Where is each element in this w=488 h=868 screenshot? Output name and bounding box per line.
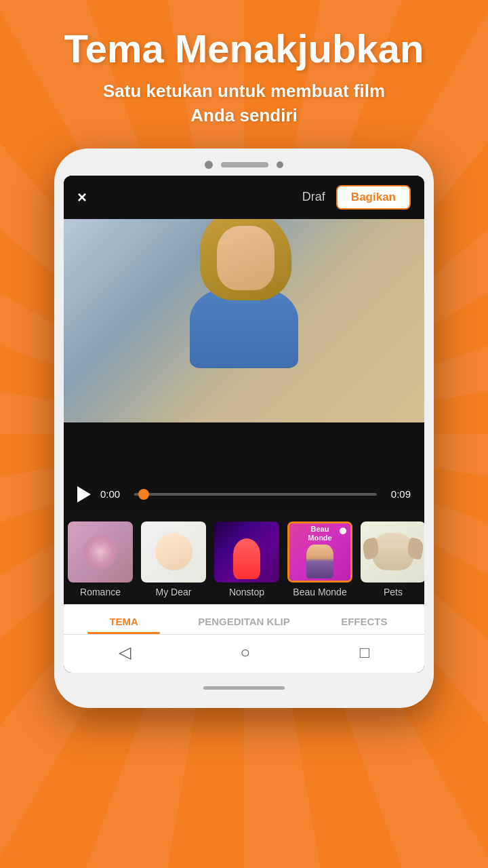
theme-item-pets[interactable]: Pets xyxy=(357,521,424,597)
time-start: 0:00 xyxy=(100,488,125,500)
tab-pengeditan[interactable]: PENGEDITAN KLIP xyxy=(184,605,304,634)
theme-thumb-nonstop xyxy=(214,521,279,583)
theme-thumb-beaumonde: BeauMonde xyxy=(287,521,352,583)
phone-outer: × Draf Bagikan xyxy=(54,149,434,708)
nav-back-icon[interactable]: ◁ xyxy=(119,643,131,662)
home-indicator xyxy=(203,686,285,690)
person-head xyxy=(210,219,278,294)
progress-bar[interactable] xyxy=(134,493,377,496)
phone-speaker xyxy=(221,162,268,167)
play-button[interactable] xyxy=(77,486,91,502)
nonstop-bg xyxy=(214,521,279,583)
nav-recent-icon[interactable]: □ xyxy=(360,643,370,662)
theme-item-nonstop[interactable]: Nonstop xyxy=(210,521,283,597)
beaumonde-bg: BeauMonde xyxy=(289,524,350,580)
person-shape xyxy=(176,219,312,422)
nonstop-label: Nonstop xyxy=(229,587,264,597)
video-bottom xyxy=(64,422,424,477)
romance-label: Romance xyxy=(80,587,121,597)
page-container: Tema Menakjubkan Satu ketukan untuk memb… xyxy=(0,0,488,868)
phone-screen: × Draf Bagikan xyxy=(64,176,424,673)
dog-ear-right xyxy=(407,537,424,559)
main-title: Tema Menakjubkan xyxy=(64,27,424,71)
sub-title: Satu ketukan untuk membuat filmAnda send… xyxy=(64,79,424,128)
theme-item-mydear[interactable]: My Dear xyxy=(137,521,210,597)
nav-home-icon[interactable]: ○ xyxy=(240,643,250,662)
phone-top-bar xyxy=(64,161,424,169)
bottom-tabs: TEMA PENGEDITAN KLIP EFFECTS xyxy=(64,604,424,634)
pets-bg xyxy=(361,521,424,583)
baby-head xyxy=(155,533,192,570)
phone-bottom xyxy=(64,678,424,698)
video-person xyxy=(64,219,424,422)
phone-camera xyxy=(205,161,213,169)
themes-strip: Romance My Dear xyxy=(64,512,424,604)
header-section: Tema Menakjubkan Satu ketukan untuk memb… xyxy=(44,0,445,142)
pets-label: Pets xyxy=(384,587,403,597)
progress-dot[interactable] xyxy=(138,489,149,500)
close-button[interactable]: × xyxy=(77,188,87,207)
dj-figure xyxy=(233,538,260,579)
share-button[interactable]: Bagikan xyxy=(336,185,411,210)
dog-ear-left xyxy=(362,537,380,559)
nav-bar: ◁ ○ □ xyxy=(64,634,424,673)
progress-area: 0:00 0:09 xyxy=(64,477,424,512)
draft-label: Draf xyxy=(302,190,325,204)
phone-sensor xyxy=(277,161,283,168)
theme-thumb-mydear xyxy=(141,521,206,583)
app-header: × Draf Bagikan xyxy=(64,176,424,219)
video-area xyxy=(64,219,424,422)
beau-text: BeauMonde xyxy=(308,525,331,541)
dog-face xyxy=(373,533,413,570)
theme-thumb-pets xyxy=(361,521,424,583)
tab-effects[interactable]: EFFECTS xyxy=(304,605,424,634)
tab-tema[interactable]: TEMA xyxy=(64,605,184,634)
beau-person xyxy=(306,545,333,578)
romance-bg xyxy=(68,521,133,583)
time-end: 0:09 xyxy=(386,488,411,500)
phone-mockup: × Draf Bagikan xyxy=(54,149,434,868)
beau-dot xyxy=(340,528,346,534)
theme-item-romance[interactable]: Romance xyxy=(64,521,137,597)
theme-item-beaumonde[interactable]: BeauMonde Beau Monde xyxy=(283,521,357,597)
theme-thumb-romance xyxy=(68,521,133,583)
romance-flower xyxy=(83,535,117,569)
person-face xyxy=(217,226,274,290)
mydear-bg xyxy=(141,521,206,583)
beaumonde-label: Beau Monde xyxy=(293,587,346,597)
mydear-label: My Dear xyxy=(156,587,192,597)
draft-area: Draf Bagikan xyxy=(302,185,411,210)
